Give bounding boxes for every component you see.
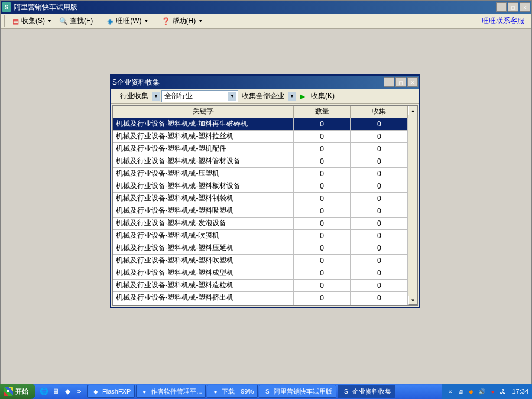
scroll-track[interactable] [408,115,417,296]
tray-icon[interactable]: ● [488,387,497,395]
cell-collect: 0 [351,192,408,205]
inner-window: S 企业资料收集 _ □ × 行业收集 ▼ 全部行业 ▼ 收集全部企业 ▼ ▶ [110,74,420,308]
wangwang-icon: ◉ [105,17,115,26]
task-items: ◆FlashFXP●作者软件管理平...●下载 - 99%S阿里营销快车试用版S… [87,385,442,398]
collect-button[interactable]: 收集(K) [309,90,337,102]
close-button[interactable]: × [520,2,530,12]
tray-icon[interactable]: 🖥 [456,387,465,395]
table-row[interactable]: 机械及行业设备-塑料机械-加料再生破碎机00 [113,118,408,130]
cell-collect: 0 [351,167,408,180]
task-item-icon: ● [140,387,148,395]
cell-keyword: 机械及行业设备-塑料机械-压塑机 [113,167,294,180]
clock[interactable]: 17:34 [512,388,528,395]
table-row[interactable]: 机械及行业设备-塑料机械-塑料吸塑机00 [113,205,408,217]
col-keyword[interactable]: 关键字 [113,106,294,118]
scroll-up-button[interactable]: ▲ [408,106,417,115]
collect-enterprise-dropdown[interactable]: ▼ [288,92,296,101]
taskbar-item[interactable]: S阿里营销快车试用版 [259,385,336,398]
chevron-down-icon: ▼ [198,18,203,24]
table-row[interactable]: 机械及行业设备-塑料机械-塑料成型机00 [113,267,408,279]
cell-keyword: 机械及行业设备-塑料机械-塑料制袋机 [113,192,294,205]
cell-quantity: 0 [293,279,351,291]
cell-quantity: 0 [293,267,351,279]
table-row[interactable]: 机械及行业设备-塑料机械-发泡设备00 [113,217,408,229]
inner-close-button[interactable]: × [407,77,418,87]
industry-collect-dropdown[interactable]: ▼ [152,92,160,101]
cell-collect: 0 [351,304,408,305]
collect-all-enterprises-label: 收集全部企业 [239,91,287,101]
cell-collect: 0 [351,279,408,291]
data-grid: 关键字 数量 收集 机械及行业设备-塑料机械-加料再生破碎机00机械及行业设备-… [112,105,418,306]
ql-sep: » [74,387,84,396]
main-titlebar[interactable]: S 阿里营销快车试用版 _ □ × [1,1,531,14]
taskbar-item[interactable]: S企业资料收集 [338,385,395,398]
table-row[interactable]: 机械及行业设备-塑料机械-塑料制袋机00 [113,192,408,205]
task-item-icon: S [263,387,271,395]
cell-collect: 0 [351,118,408,130]
taskbar-item[interactable]: ●下载 - 99% [207,385,258,398]
task-item-icon: ● [211,387,219,395]
scroll-down-button[interactable]: ▼ [408,296,417,305]
table-row[interactable]: 机械及行业设备-塑料机械-塑料挤出机00 [113,291,408,304]
cell-keyword: 机械及行业设备-塑料机械-塑料管材设备 [113,155,294,167]
col-quantity[interactable]: 数量 [293,106,351,118]
client-area: S 企业资料收集 _ □ × 行业收集 ▼ 全部行业 ▼ 收集全部企业 ▼ ▶ [1,29,531,384]
start-button[interactable]: 开始 [0,384,35,399]
inner-app-icon: S [112,78,117,86]
table-row[interactable]: 机械及行业设备-塑料机械-塑料管材设备00 [113,155,408,167]
tray-icon[interactable]: 🔊 [478,387,486,395]
ql-app-icon[interactable]: ◆ [63,387,72,396]
toolbar-collect-label: 收集(S) [21,16,45,26]
contact-service-link[interactable]: 旺旺联系客服 [482,16,529,26]
inner-titlebar[interactable]: S 企业资料收集 _ □ × [111,76,419,89]
tray-icon[interactable]: ◆ [467,387,475,395]
table-row[interactable]: 机械及行业设备-塑料机械-塑料拉丝机00 [113,130,408,142]
table-row[interactable]: 机械及行业设备-塑料机械-塑机辅机00 [113,304,408,305]
table-row[interactable]: 机械及行业设备-塑料机械-塑机配件00 [113,142,408,155]
chevron-down-icon: ▼ [228,92,236,101]
table-row[interactable]: 机械及行业设备-塑料机械-压塑机00 [113,167,408,180]
toolbar-help[interactable]: ❓ 帮助(H) ▼ [159,15,206,27]
all-industries-dropdown[interactable]: 全部行业 ▼ [161,90,238,102]
tray-expand-icon[interactable]: « [446,387,454,395]
table-row[interactable]: 机械及行业设备-塑料机械-塑料板材设备00 [113,180,408,192]
maximize-button[interactable]: □ [508,2,518,12]
cell-keyword: 机械及行业设备-塑料机械-塑料压延机 [113,242,294,254]
taskbar-item[interactable]: ●作者软件管理平... [136,385,206,398]
toolbar-wangwang-label: 旺旺(W) [116,16,141,26]
cell-keyword: 机械及行业设备-塑料机械-塑机配件 [113,142,294,155]
cell-keyword: 机械及行业设备-塑料机械-塑机辅机 [113,304,294,305]
cell-collect: 0 [351,267,408,279]
minimize-button[interactable]: _ [496,2,507,12]
taskbar-item[interactable]: ◆FlashFXP [87,385,135,398]
col-collect[interactable]: 收集 [351,106,408,118]
quick-launch: 🌐 🖥 ◆ » [35,387,87,396]
cell-keyword: 机械及行业设备-塑料机械-塑料造粒机 [113,279,294,291]
toolbar-collect[interactable]: ▤ 收集(S) ▼ [8,15,54,27]
toolbar-search[interactable]: 🔍 查找(F) [57,15,95,27]
cell-collect: 0 [351,217,408,229]
vertical-scrollbar[interactable]: ▲ ▼ [408,106,417,305]
task-item-label: 下载 - 99% [222,387,254,396]
cell-collect: 0 [351,205,408,217]
inner-maximize-button[interactable]: □ [395,77,406,87]
ql-ie-icon[interactable]: 🌐 [39,387,48,396]
inner-toolbar: 行业收集 ▼ 全部行业 ▼ 收集全部企业 ▼ ▶ 收集(K) [111,89,419,104]
app-icon: S [2,2,11,12]
cell-keyword: 机械及行业设备-塑料机械-发泡设备 [113,217,294,229]
cell-collect: 0 [351,229,408,242]
table-row[interactable]: 机械及行业设备-塑料机械-塑料吹塑机00 [113,254,408,267]
task-item-label: FlashFXP [102,388,131,395]
search-icon: 🔍 [59,17,69,26]
inner-minimize-button[interactable]: _ [384,77,394,87]
table-row[interactable]: 机械及行业设备-塑料机械-塑料压延机00 [113,242,408,254]
tray-icon[interactable]: 🖧 [499,387,507,395]
task-item-icon: ◆ [92,387,100,395]
table-row[interactable]: 机械及行业设备-塑料机械-吹膜机00 [113,229,408,242]
cell-keyword: 机械及行业设备-塑料机械-塑料成型机 [113,267,294,279]
ql-desktop-icon[interactable]: 🖥 [51,387,60,396]
toolbar-wangwang[interactable]: ◉ 旺旺(W) ▼ [103,15,151,27]
cell-collect: 0 [351,254,408,267]
table-row[interactable]: 机械及行业设备-塑料机械-塑料造粒机00 [113,279,408,291]
main-toolbar: ▤ 收集(S) ▼ 🔍 查找(F) ◉ 旺旺(W) ▼ ❓ 帮助(H) ▼ 旺旺… [1,14,531,29]
